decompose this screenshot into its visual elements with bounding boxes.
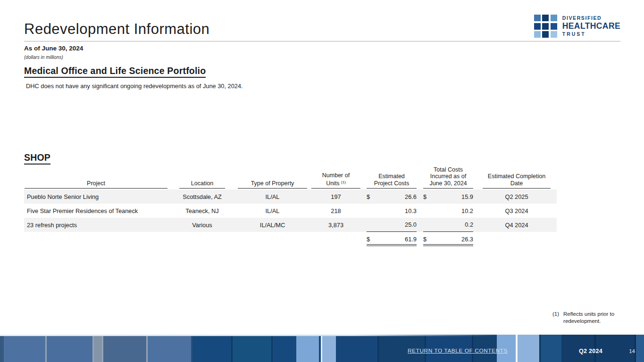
logo-square xyxy=(542,15,549,21)
section-heading-medical-office: Medical Office and Life Science Portfoli… xyxy=(24,66,206,78)
cell-units: 3,873 xyxy=(309,218,363,232)
cell-project: Five Star Premier Residences of Teaneck xyxy=(24,204,168,218)
return-to-toc-link[interactable]: RETURN TO TABLE OF CONTENTS xyxy=(408,347,508,354)
dollars-in-millions-note: (dollars in millions) xyxy=(24,55,63,60)
cell-estimated-cost: $26.6 xyxy=(363,189,420,204)
page-title: Redevelopment Information xyxy=(24,21,209,38)
header-label: Project xyxy=(25,180,167,187)
header-label: Estimated xyxy=(367,173,417,180)
cell-location: Teaneck, NJ xyxy=(168,204,236,218)
page-number: 14 xyxy=(629,348,635,354)
slide: Redevelopment Information DIVERSIFIED HE… xyxy=(0,0,644,362)
header-label: Estimated Completion xyxy=(483,173,551,180)
logo-square xyxy=(534,23,541,30)
cell-location: Scottsdale, AZ xyxy=(168,189,236,204)
cell-units: 218 xyxy=(309,204,363,218)
footnote-marker: (1) xyxy=(552,311,559,325)
footnote-ref: (1) xyxy=(341,180,346,184)
column-header-project: Project xyxy=(24,166,168,189)
logo-line-healthcare: HEALTHCARE xyxy=(562,22,620,31)
cell-location: Various xyxy=(168,218,236,232)
cell-incurred-cost: 0.2 xyxy=(420,218,477,232)
as-of-date: As of June 30, 2024 xyxy=(24,45,83,52)
table-row: Pueblo Norte Senior Living Scottsdale, A… xyxy=(24,189,557,204)
cell-estimated-cost: 25.0 xyxy=(363,218,420,232)
footnote-text: Reflects units prior to redevelopment. xyxy=(563,311,625,325)
header-label: Total Costs xyxy=(423,166,473,173)
cell-completion-date: Q2 2025 xyxy=(477,189,557,204)
table-row: Five Star Premier Residences of Teaneck … xyxy=(24,204,557,218)
quarter-label: Q2 2024 xyxy=(579,348,602,354)
cell-type: IL/AL xyxy=(236,189,309,204)
logo-square xyxy=(551,31,557,38)
logo-line-diversified: DIVERSIFIED xyxy=(562,16,620,21)
cell-completion-date: Q3 2024 xyxy=(477,204,557,218)
dhc-logo: DIVERSIFIED HEALTHCARE TRUST xyxy=(534,15,620,38)
currency-symbol: $ xyxy=(423,193,427,200)
currency-symbol: $ xyxy=(367,193,370,200)
column-header-estimated-completion-date: Estimated Completion Date xyxy=(477,166,557,189)
logo-square xyxy=(534,15,541,21)
cell-units: 197 xyxy=(309,189,363,204)
cell-estimated-cost: 10.3 xyxy=(363,204,420,218)
cell-project: Pueblo Norte Senior Living xyxy=(24,189,168,204)
table-row: 23 refresh projects Various IL/AL/MC 3,8… xyxy=(24,218,557,232)
cell-project: 23 refresh projects xyxy=(24,218,168,232)
table-header-row: Project Location Type of Property Number… xyxy=(24,166,557,189)
cell-incurred-cost: 10.2 xyxy=(420,204,477,218)
header-label: Type of Property xyxy=(238,180,307,187)
column-header-number-of-units: Number of Units (1) xyxy=(309,166,363,189)
cell-completion-date: Q4 2024 xyxy=(477,218,557,232)
header-label: Location xyxy=(179,180,225,187)
medical-office-body-text: DHC does not have any significant ongoin… xyxy=(26,82,243,90)
currency-symbol: $ xyxy=(367,236,370,243)
table-total-row: $61.9 $26.3 xyxy=(24,233,557,247)
currency-symbol: $ xyxy=(423,236,427,243)
cell-type: IL/AL xyxy=(236,204,309,218)
logo-square xyxy=(551,23,557,30)
column-header-location: Location xyxy=(168,166,236,189)
cell-type: IL/AL/MC xyxy=(236,218,309,232)
footnote: (1) Reflects units prior to redevelopmen… xyxy=(552,311,625,325)
total-estimated-cost: $61.9 xyxy=(363,233,420,247)
header-divider xyxy=(24,41,620,41)
header-label: Number of xyxy=(311,172,360,179)
shop-redevelopment-table: Project Location Type of Property Number… xyxy=(24,166,557,247)
logo-square xyxy=(551,15,557,21)
total-incurred-cost: $26.3 xyxy=(420,233,477,247)
column-header-estimated-project-costs: Estimated Project Costs xyxy=(363,166,420,189)
cell-incurred-cost: $15.9 xyxy=(420,189,477,204)
logo-square xyxy=(542,31,549,38)
header-label: Project Costs xyxy=(367,180,417,187)
dhc-logo-mark-icon xyxy=(534,15,557,38)
footer-banner: RETURN TO TABLE OF CONTENTS Q2 2024 14 xyxy=(0,335,644,362)
header-label: Date xyxy=(483,180,551,187)
dhc-logo-wordmark: DIVERSIFIED HEALTHCARE TRUST xyxy=(562,16,620,37)
column-header-total-costs-incurred: Total Costs Incurred as of June 30, 2024 xyxy=(420,166,477,189)
logo-square xyxy=(534,31,541,38)
logo-line-trust: TRUST xyxy=(562,32,620,37)
header-label: Incurred as of xyxy=(423,173,473,180)
header-label: June 30, 2024 xyxy=(423,180,473,187)
column-header-type-of-property: Type of Property xyxy=(236,166,309,189)
header-label: Units (1) xyxy=(311,179,360,187)
section-heading-shop: SHOP xyxy=(24,152,50,165)
logo-square xyxy=(542,23,549,30)
